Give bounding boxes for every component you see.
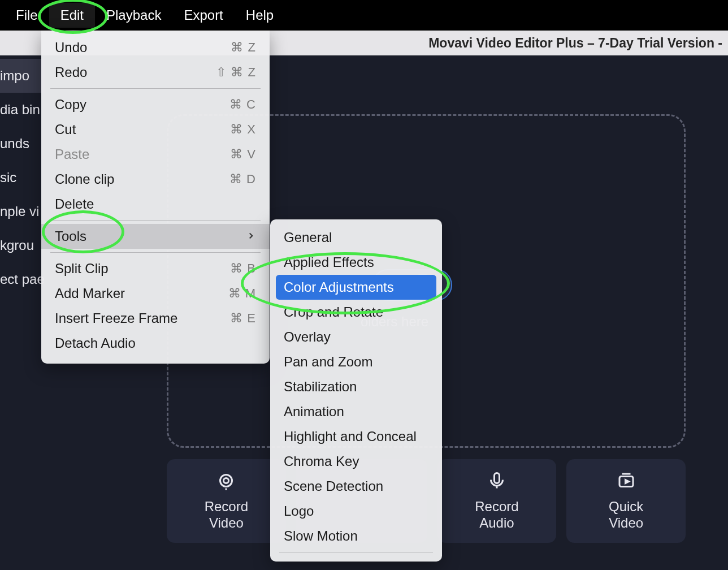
submenu-item-pan-zoom[interactable]: Pan and Zoom	[270, 349, 442, 374]
menu-item-label: Split Clip	[55, 261, 109, 277]
quick-video-icon	[616, 470, 636, 491]
menu-shortcut: ⌘ V	[230, 147, 256, 162]
submenu-item-color-adjustments[interactable]: Color Adjustments	[276, 275, 436, 300]
record-audio-button[interactable]: Record Audio	[437, 459, 557, 543]
menu-separator	[50, 220, 261, 221]
menu-item-label: Redo	[55, 64, 87, 80]
sidebar: impo dia bin unds sic nple vi kgrou ect …	[0, 59, 45, 296]
menu-item-add-marker[interactable]: Add Marker ⌘ M	[41, 281, 270, 306]
menu-item-clone-clip[interactable]: Clone clip ⌘ D	[41, 167, 270, 192]
submenu-item-highlight-conceal[interactable]: Highlight and Conceal	[270, 424, 442, 449]
tools-submenu: General Applied Effects Color Adjustment…	[270, 219, 442, 562]
menu-item-label: Add Marker	[55, 286, 125, 301]
svg-marker-4	[625, 480, 629, 483]
menu-item-label: Delete	[55, 196, 94, 212]
sidebar-item[interactable]: sic	[0, 161, 45, 195]
submenu-item-applied-effects[interactable]: Applied Effects	[270, 250, 442, 275]
menu-item-tools[interactable]: Tools	[41, 224, 270, 249]
menu-item-detach-audio[interactable]: Detach Audio	[41, 331, 270, 356]
submenu-item-crop-rotate[interactable]: Crop and Rotate	[270, 300, 442, 325]
menu-item-cut[interactable]: Cut ⌘ X	[41, 117, 270, 142]
camera-icon	[216, 470, 236, 491]
mic-icon	[487, 470, 507, 491]
menu-item-label: Cut	[55, 122, 76, 137]
menu-shortcut: ⇧ ⌘ Z	[216, 65, 256, 80]
submenu-item-overlay[interactable]: Overlay	[270, 325, 442, 349]
menu-shortcut: ⌘ E	[230, 311, 256, 326]
record-audio-label: Record Audio	[475, 499, 518, 532]
submenu-item-general[interactable]: General	[270, 225, 442, 250]
menu-separator	[279, 552, 433, 552]
menu-separator	[50, 88, 261, 89]
window-title: Movavi Video Editor Plus – 7-Day Trial V…	[428, 36, 722, 51]
menu-item-label: Insert Freeze Frame	[55, 310, 177, 326]
menu-item-redo[interactable]: Redo ⇧ ⌘ Z	[41, 60, 270, 85]
menu-item-freeze-frame[interactable]: Insert Freeze Frame ⌘ E	[41, 306, 270, 331]
menu-item-label: Tools	[55, 228, 86, 244]
menu-export[interactable]: Export	[172, 3, 234, 28]
menu-edit[interactable]: Edit	[49, 3, 95, 28]
sidebar-item[interactable]: ect pae	[0, 262, 45, 296]
menu-shortcut: ⌘ D	[229, 172, 256, 187]
menu-shortcut: ⌘ C	[229, 97, 256, 112]
submenu-item-slow-motion[interactable]: Slow Motion	[270, 524, 442, 549]
menu-item-label: Detach Audio	[55, 335, 136, 351]
menu-shortcut: ⌘ B	[230, 261, 256, 276]
record-video-label: Record Video	[205, 499, 248, 532]
submenu-item-chroma-key[interactable]: Chroma Key	[270, 449, 442, 474]
menu-item-label: Clone clip	[55, 171, 114, 187]
menu-item-copy[interactable]: Copy ⌘ C	[41, 92, 270, 117]
sidebar-item[interactable]: dia bin	[0, 93, 45, 127]
record-video-button[interactable]: Record Video	[167, 459, 286, 543]
menu-playback[interactable]: Playback	[95, 3, 172, 28]
sidebar-item[interactable]: kgrou	[0, 228, 45, 262]
quick-video-button[interactable]: Quick Video	[566, 459, 686, 543]
svg-rect-2	[494, 473, 499, 483]
submenu-item-animation[interactable]: Animation	[270, 399, 442, 424]
menu-shortcut: ⌘ M	[228, 286, 256, 301]
menu-file[interactable]: File	[5, 3, 49, 28]
sidebar-item-import[interactable]: impo	[0, 59, 45, 93]
menu-shortcut: ⌘ Z	[231, 40, 256, 55]
sidebar-item[interactable]: unds	[0, 127, 45, 161]
quick-video-label: Quick Video	[609, 499, 643, 532]
svg-point-0	[220, 475, 232, 487]
svg-point-1	[224, 478, 229, 483]
submenu-item-stabilization[interactable]: Stabilization	[270, 374, 442, 399]
menubar: File Edit Playback Export Help	[0, 0, 728, 31]
menu-item-label: Paste	[55, 146, 89, 162]
menu-item-paste: Paste ⌘ V	[41, 142, 270, 167]
menu-item-undo[interactable]: Undo ⌘ Z	[41, 35, 270, 60]
menu-help[interactable]: Help	[235, 3, 285, 28]
menu-item-delete[interactable]: Delete	[41, 192, 270, 217]
menu-item-label: Undo	[55, 40, 87, 55]
menu-item-label: Copy	[55, 97, 86, 113]
chevron-right-icon	[246, 228, 256, 244]
menu-item-split-clip[interactable]: Split Clip ⌘ B	[41, 256, 270, 281]
submenu-item-scene-detection[interactable]: Scene Detection	[270, 474, 442, 499]
edit-dropdown-menu: Undo ⌘ Z Redo ⇧ ⌘ Z Copy ⌘ C Cut ⌘ X Pas…	[41, 31, 270, 364]
sidebar-item[interactable]: nple vi	[0, 195, 45, 228]
submenu-item-logo[interactable]: Logo	[270, 499, 442, 524]
menu-separator	[50, 252, 261, 253]
menu-shortcut: ⌘ X	[230, 122, 256, 137]
